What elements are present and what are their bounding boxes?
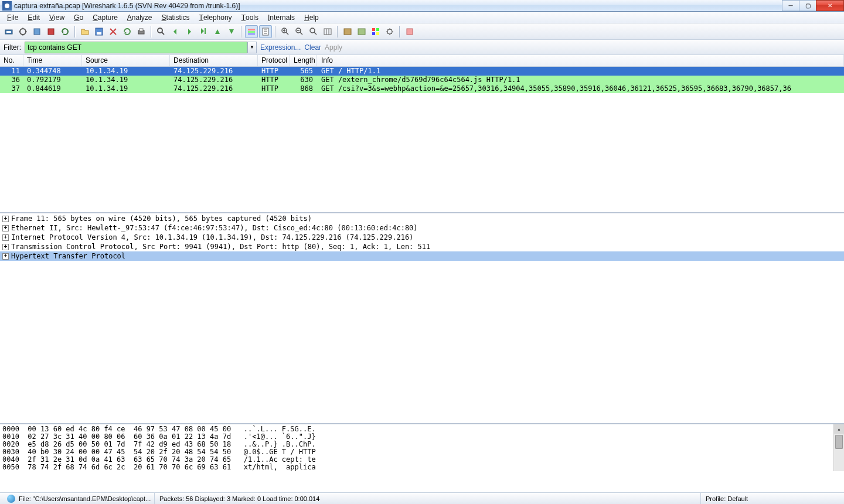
svg-rect-21 bbox=[372, 28, 375, 31]
menu-edit[interactable]: Edit bbox=[23, 12, 45, 23]
apply-link[interactable]: Apply bbox=[325, 43, 342, 52]
zoom-in-icon[interactable] bbox=[279, 25, 292, 38]
capture-filters-icon[interactable] bbox=[341, 25, 354, 38]
svg-rect-3 bbox=[34, 29, 40, 35]
hex-dump: 0000 00 13 60 ed 4c 80 f4 ce 46 97 53 47… bbox=[2, 425, 842, 471]
menubar: FileEditViewGoCaptureAnalyzeStatisticsTe… bbox=[0, 12, 844, 23]
menu-telephony[interactable]: Telephony bbox=[195, 12, 237, 23]
packet-list-header: No. Time Source Destination Protocol Len… bbox=[0, 55, 844, 67]
menu-capture[interactable]: Capture bbox=[88, 12, 122, 23]
expand-icon[interactable]: + bbox=[2, 225, 9, 231]
maximize-button[interactable]: ▢ bbox=[799, 0, 816, 11]
window-controls: ─ ▢ ✕ bbox=[782, 0, 844, 11]
header-time[interactable]: Time bbox=[23, 55, 82, 66]
svg-rect-18 bbox=[324, 29, 331, 35]
expand-icon[interactable]: + bbox=[2, 253, 9, 260]
options-icon[interactable] bbox=[16, 25, 29, 38]
close-file-icon[interactable] bbox=[107, 25, 120, 38]
scrollbar[interactable] bbox=[833, 424, 844, 471]
svg-rect-11 bbox=[248, 29, 255, 30]
header-destination[interactable]: Destination bbox=[170, 55, 258, 66]
table-row[interactable]: 370.84461910.1.34.1974.125.229.216HTTP86… bbox=[0, 84, 844, 93]
table-row[interactable]: 360.79217910.1.34.1974.125.229.216HTTP63… bbox=[0, 76, 844, 84]
svg-rect-6 bbox=[97, 32, 101, 35]
separator bbox=[151, 26, 152, 38]
protocol-tree-item[interactable]: +Ethernet II, Src: Hewlett-_97:53:47 (f4… bbox=[0, 223, 844, 233]
interfaces-icon[interactable] bbox=[2, 25, 15, 38]
reload-icon[interactable] bbox=[121, 25, 134, 38]
go-first-icon[interactable] bbox=[211, 25, 224, 38]
svg-rect-12 bbox=[248, 31, 255, 33]
filter-input[interactable] bbox=[25, 42, 247, 53]
separator bbox=[275, 26, 276, 38]
protocol-tree-item[interactable]: +Transmission Control Protocol, Src Port… bbox=[0, 242, 844, 251]
status-file: File: "C:\Users\msantand.EPM\Desktop\cap… bbox=[2, 493, 155, 504]
header-no[interactable]: No. bbox=[0, 55, 23, 66]
go-back-icon[interactable] bbox=[169, 25, 182, 38]
menu-view[interactable]: View bbox=[45, 12, 69, 23]
colorize-icon[interactable] bbox=[245, 25, 258, 38]
header-length[interactable]: Length bbox=[290, 55, 316, 66]
close-button[interactable]: ✕ bbox=[816, 0, 844, 11]
packet-bytes-pane[interactable]: 0000 00 13 60 ed 4c 80 f4 ce 46 97 53 47… bbox=[0, 424, 844, 471]
zoom-100-icon[interactable] bbox=[307, 25, 320, 38]
protocol-tree-item[interactable]: +Hypertext Transfer Protocol bbox=[0, 251, 844, 261]
svg-point-9 bbox=[158, 28, 162, 33]
preferences-icon[interactable] bbox=[383, 25, 396, 38]
open-icon[interactable] bbox=[79, 25, 91, 38]
svg-rect-19 bbox=[344, 29, 351, 35]
expression-link[interactable]: Expression... bbox=[260, 43, 301, 52]
svg-point-17 bbox=[310, 28, 315, 33]
go-to-packet-icon[interactable] bbox=[197, 25, 210, 38]
header-info[interactable]: Info bbox=[316, 55, 844, 66]
svg-rect-22 bbox=[376, 28, 379, 31]
packet-details-pane[interactable]: +Frame 11: 565 bytes on wire (4520 bits)… bbox=[0, 213, 844, 424]
menu-internals[interactable]: Internals bbox=[263, 12, 300, 23]
svg-rect-24 bbox=[376, 32, 379, 35]
stop-capture-icon[interactable] bbox=[45, 25, 57, 38]
auto-scroll-icon[interactable] bbox=[259, 25, 272, 38]
minimize-button[interactable]: ─ bbox=[782, 0, 799, 11]
menu-go[interactable]: Go bbox=[69, 12, 88, 23]
display-filters-icon[interactable] bbox=[355, 25, 368, 38]
status-profile[interactable]: Profile: Default bbox=[701, 493, 842, 504]
separator bbox=[74, 26, 76, 38]
help-icon[interactable] bbox=[403, 25, 416, 38]
packet-list-body[interactable]: 110.34474810.1.34.1974.125.229.216HTTP56… bbox=[0, 67, 844, 212]
protocol-tree-item[interactable]: +Frame 11: 565 bytes on wire (4520 bits)… bbox=[0, 214, 844, 223]
menu-analyze[interactable]: Analyze bbox=[122, 12, 157, 23]
menu-file[interactable]: File bbox=[2, 12, 23, 23]
resize-columns-icon[interactable] bbox=[321, 25, 334, 38]
clear-link[interactable]: Clear bbox=[304, 43, 321, 52]
save-icon[interactable] bbox=[93, 25, 106, 38]
toolbar bbox=[0, 23, 844, 40]
svg-point-2 bbox=[20, 29, 26, 35]
app-icon bbox=[2, 1, 12, 11]
packet-list-pane: No. Time Source Destination Protocol Len… bbox=[0, 55, 844, 213]
header-source[interactable]: Source bbox=[82, 55, 170, 66]
menu-help[interactable]: Help bbox=[300, 12, 324, 23]
expand-icon[interactable]: + bbox=[2, 216, 9, 222]
svg-rect-8 bbox=[139, 29, 143, 31]
menu-tools[interactable]: Tools bbox=[237, 12, 263, 23]
restart-capture-icon[interactable] bbox=[59, 25, 72, 38]
menu-statistics[interactable]: Statistics bbox=[157, 12, 195, 23]
svg-rect-26 bbox=[407, 29, 413, 35]
print-icon[interactable] bbox=[135, 25, 148, 38]
svg-rect-10 bbox=[205, 28, 206, 34]
start-capture-icon[interactable] bbox=[30, 25, 43, 38]
table-row[interactable]: 110.34474810.1.34.1974.125.229.216HTTP56… bbox=[0, 67, 844, 76]
header-protocol[interactable]: Protocol bbox=[258, 55, 290, 66]
go-last-icon[interactable] bbox=[225, 25, 238, 38]
expand-icon[interactable]: + bbox=[2, 244, 9, 250]
svg-rect-20 bbox=[358, 29, 365, 35]
zoom-out-icon[interactable] bbox=[293, 25, 306, 38]
expand-icon[interactable]: + bbox=[2, 234, 9, 241]
protocol-tree-item[interactable]: +Internet Protocol Version 4, Src: 10.1.… bbox=[0, 233, 844, 242]
coloring-rules-icon[interactable] bbox=[369, 25, 382, 38]
titlebar: captura extraña.pcap [Wireshark 1.6.5 (S… bbox=[0, 0, 844, 12]
go-forward-icon[interactable] bbox=[183, 25, 196, 38]
filter-dropdown-icon[interactable]: ▼ bbox=[247, 42, 257, 53]
expert-info-icon[interactable] bbox=[7, 495, 15, 503]
find-icon[interactable] bbox=[155, 25, 168, 38]
